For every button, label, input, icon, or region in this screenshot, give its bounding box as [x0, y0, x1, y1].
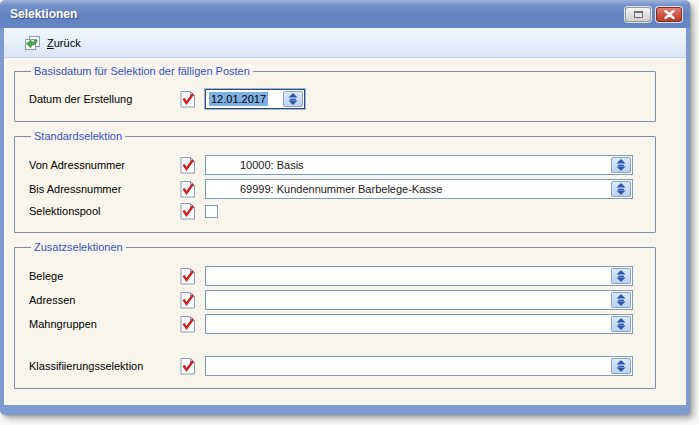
form-row: Selektionspool — [29, 202, 645, 220]
selection-check-icon[interactable] — [180, 202, 196, 220]
selection-check-icon[interactable] — [180, 180, 196, 198]
mahngruppen-value — [206, 315, 610, 333]
spinner-arrows-icon — [615, 158, 627, 172]
minimize-icon — [634, 11, 643, 18]
back-button-label: Zurück — [47, 37, 81, 49]
field-label: Mahngruppen — [29, 318, 180, 330]
spinner-arrows-icon — [615, 269, 627, 283]
form-content: Basisdatum für Selektion der fälligen Po… — [4, 58, 686, 389]
spinner-arrows-icon — [287, 92, 299, 106]
group-standardselektion: Standardselektion Von Adressnummer 10000… — [14, 130, 656, 233]
von-adressnummer-value: 10000: Basis — [206, 156, 610, 174]
back-icon — [24, 35, 41, 51]
spinner-arrows-icon — [615, 182, 627, 196]
field-label: Von Adressnummer — [29, 159, 180, 171]
selection-check-icon[interactable] — [180, 90, 196, 108]
selection-check-icon[interactable] — [180, 156, 196, 174]
klassifizierungsselektion-spinner[interactable] — [611, 358, 631, 374]
selektionspool-checkbox[interactable] — [205, 205, 218, 218]
close-icon — [664, 10, 675, 19]
adressen-value — [206, 291, 610, 309]
selection-check-icon[interactable] — [180, 267, 196, 285]
field-label: Belege — [29, 270, 180, 282]
back-button[interactable]: Zurück — [18, 33, 87, 53]
von-adressnummer-spinner[interactable] — [611, 157, 631, 173]
group-basisdatum: Basisdatum für Selektion der fälligen Po… — [14, 65, 656, 122]
klassifizierungsselektion-input[interactable] — [205, 356, 633, 376]
field-label: Selektionspool — [29, 205, 180, 217]
belege-spinner[interactable] — [611, 268, 631, 284]
form-row: Von Adressnummer 10000: Basis — [29, 154, 645, 175]
klassifizierungsselektion-value — [206, 357, 610, 375]
form-row: Datum der Erstellung 12.01.2017 — [29, 88, 645, 109]
group-basisdatum-title: Basisdatum für Selektion der fälligen Po… — [31, 65, 253, 77]
screen: Selektionen Zurück — [0, 0, 699, 425]
dialog-window: Selektionen Zurück — [0, 0, 690, 415]
group-zusatzselektionen-title: Zusatzselektionen — [31, 241, 126, 253]
minimize-button[interactable] — [625, 7, 651, 22]
field-label: Datum der Erstellung — [29, 93, 180, 105]
selection-check-icon[interactable] — [180, 357, 196, 375]
form-row: Klassifiierungsselektion — [29, 355, 645, 376]
adressen-input[interactable] — [205, 290, 633, 310]
date-value: 12.01.2017 — [206, 90, 282, 108]
bis-adressnummer-value: 69999: Kundennummer Barbelege-Kasse — [206, 180, 610, 198]
form-row: Bis Adressnummer 69999: Kundennummer Bar… — [29, 178, 645, 199]
title-bar[interactable]: Selektionen — [0, 0, 690, 28]
spinner-arrows-icon — [615, 359, 627, 373]
selection-check-icon[interactable] — [180, 315, 196, 333]
belege-value — [206, 267, 610, 285]
date-input[interactable]: 12.01.2017 — [205, 89, 305, 109]
field-label: Klassifiierungsselektion — [29, 360, 180, 372]
spinner-arrows-icon — [615, 293, 627, 307]
mahngruppen-input[interactable] — [205, 314, 633, 334]
date-spinner[interactable] — [283, 91, 303, 107]
form-row: Belege — [29, 265, 645, 286]
toolbar: Zurück — [4, 28, 686, 58]
form-row: Adressen — [29, 289, 645, 310]
bis-adressnummer-input[interactable]: 69999: Kundennummer Barbelege-Kasse — [205, 179, 633, 199]
close-button[interactable] — [656, 7, 682, 22]
selection-check-icon[interactable] — [180, 291, 196, 309]
bis-adressnummer-spinner[interactable] — [611, 181, 631, 197]
group-zusatzselektionen: Zusatzselektionen Belege Adressen — [14, 241, 656, 389]
field-label: Bis Adressnummer — [29, 183, 180, 195]
belege-input[interactable] — [205, 266, 633, 286]
dialog-body: Zurück Basisdatum für Selektion der fäll… — [4, 28, 686, 405]
spinner-arrows-icon — [615, 317, 627, 331]
field-label: Adressen — [29, 294, 180, 306]
window-title: Selektionen — [10, 7, 625, 21]
adressen-spinner[interactable] — [611, 292, 631, 308]
form-row: Mahngruppen — [29, 313, 645, 334]
von-adressnummer-input[interactable]: 10000: Basis — [205, 155, 633, 175]
group-standardselektion-title: Standardselektion — [31, 130, 125, 142]
mahngruppen-spinner[interactable] — [611, 316, 631, 332]
